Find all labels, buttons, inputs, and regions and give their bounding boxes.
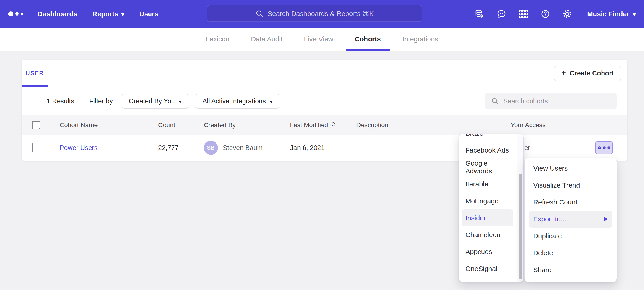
menu-item-export-to[interactable]: Export to... xyxy=(529,211,612,228)
chevron-down-icon xyxy=(270,97,272,105)
menu-item-refresh-count[interactable]: Refresh Count xyxy=(529,194,612,211)
cohort-name-link[interactable]: Power Users xyxy=(60,144,98,152)
help-icon[interactable] xyxy=(540,9,550,19)
mixpanel-logo-icon[interactable] xyxy=(8,12,23,17)
cohorts-panel: USER + Create Cohort 1 Results Filter by… xyxy=(22,60,627,161)
apps-grid-icon[interactable] xyxy=(519,9,528,19)
search-cohorts-input[interactable]: Search cohorts xyxy=(485,93,616,109)
submenu-scrollbar-track xyxy=(517,134,524,282)
created-by-name: Steven Baum xyxy=(223,144,262,152)
project-switcher[interactable]: Music Finder xyxy=(587,10,636,18)
col-last-modified[interactable]: Last Modified xyxy=(290,121,356,129)
menu-item-view-users[interactable]: View Users xyxy=(529,160,612,177)
create-cohort-button[interactable]: + Create Cohort xyxy=(554,66,621,81)
nav-item-users[interactable]: Users xyxy=(139,10,158,18)
chevron-down-icon xyxy=(633,10,636,18)
export-submenu: Braze Facebook Ads Google Adwords Iterab… xyxy=(458,134,524,282)
project-name: Music Finder xyxy=(587,10,630,18)
tab-user-cohorts[interactable]: USER xyxy=(22,60,48,87)
divider xyxy=(82,95,82,107)
tab-data-audit[interactable]: Data Audit xyxy=(242,28,291,51)
table-header: Cohort Name Count Created By Last Modifi… xyxy=(22,115,627,135)
menu-item-delete[interactable]: Delete xyxy=(529,244,612,261)
row-actions-button[interactable] xyxy=(595,141,613,154)
dot-icon xyxy=(603,146,606,149)
tab-cohorts[interactable]: Cohorts xyxy=(346,28,390,51)
menu-item-duplicate[interactable]: Duplicate xyxy=(529,228,612,244)
global-search-input[interactable]: Search Dashboards & Reports ⌘K xyxy=(207,5,422,22)
tab-live-view[interactable]: Live View xyxy=(295,28,342,51)
last-modified-date: Jan 6, 2021 xyxy=(290,144,356,152)
top-nav: Dashboards Reports Users Search Dashboar… xyxy=(0,0,644,28)
search-cohorts-placeholder: Search cohorts xyxy=(503,97,548,105)
avatar: SB xyxy=(204,141,218,155)
submenu-item-chameleon[interactable]: Chameleon xyxy=(462,226,513,243)
cohort-count: 22,777 xyxy=(158,144,204,152)
nav-item-dashboards[interactable]: Dashboards xyxy=(38,10,77,18)
submenu-item-braze[interactable]: Braze xyxy=(462,134,513,142)
integrations-filter-dropdown[interactable]: All Active Integrations xyxy=(196,94,279,109)
tab-lexicon[interactable]: Lexicon xyxy=(197,28,238,51)
submenu-item-appcues[interactable]: Appcues xyxy=(462,243,513,260)
filter-row: 1 Results Filter by Created By You All A… xyxy=(22,87,627,115)
col-created-by[interactable]: Created By xyxy=(204,121,290,129)
search-icon xyxy=(255,9,264,18)
chat-icon[interactable] xyxy=(497,9,506,19)
col-your-access[interactable]: Your Access xyxy=(511,121,591,129)
settings-gear-icon[interactable] xyxy=(562,9,572,19)
data-management-icon[interactable] xyxy=(475,9,484,19)
submenu-item-google-adwords[interactable]: Google Adwords xyxy=(462,159,513,176)
submenu-item-moengage[interactable]: MoEngage xyxy=(462,193,513,210)
table-row: Power Users 22,777 SB Steven Baum Jan 6,… xyxy=(22,135,627,161)
active-tab-underline xyxy=(346,49,390,51)
results-count: 1 Results xyxy=(46,97,74,105)
menu-item-share[interactable]: Share xyxy=(529,261,612,278)
panel-header: USER + Create Cohort xyxy=(22,60,627,87)
dot-icon xyxy=(598,146,601,149)
select-all-checkbox[interactable] xyxy=(32,121,40,129)
filter-by-label: Filter by xyxy=(89,97,113,105)
row-checkbox[interactable] xyxy=(32,143,33,152)
sort-icon[interactable] xyxy=(331,121,336,129)
submenu-item-onesignal[interactable]: OneSignal xyxy=(462,260,513,277)
chevron-down-icon xyxy=(179,97,182,105)
submenu-item-insider[interactable]: Insider xyxy=(462,210,513,226)
nav-item-reports[interactable]: Reports xyxy=(92,10,124,18)
user-tab-underline xyxy=(22,85,48,87)
dot-icon xyxy=(608,146,610,149)
section-tabs: Lexicon Data Audit Live View Cohorts Int… xyxy=(0,28,644,51)
submenu-arrow-icon xyxy=(604,217,608,221)
chevron-down-icon xyxy=(122,10,124,18)
col-cohort-name[interactable]: Cohort Name xyxy=(60,121,158,129)
submenu-scrollbar-thumb[interactable] xyxy=(519,174,522,279)
submenu-item-facebook-ads[interactable]: Facebook Ads xyxy=(462,142,513,159)
row-context-menu: View Users Visualize Trend Refresh Count… xyxy=(524,158,617,282)
plus-icon: + xyxy=(561,69,566,77)
nav-right-icons: Music Finder xyxy=(475,9,636,19)
tab-integrations[interactable]: Integrations xyxy=(394,28,447,51)
export-submenu-list: Braze Facebook Ads Google Adwords Iterab… xyxy=(459,134,524,277)
created-by-filter-dropdown[interactable]: Created By You xyxy=(122,94,188,109)
submenu-item-iterable[interactable]: Iterable xyxy=(462,176,513,193)
search-icon xyxy=(491,97,499,105)
col-description[interactable]: Description xyxy=(356,121,511,129)
global-search-placeholder: Search Dashboards & Reports ⌘K xyxy=(268,10,374,18)
nav-links: Dashboards Reports Users xyxy=(38,10,158,18)
menu-item-visualize-trend[interactable]: Visualize Trend xyxy=(529,177,612,194)
col-count[interactable]: Count xyxy=(158,121,204,129)
